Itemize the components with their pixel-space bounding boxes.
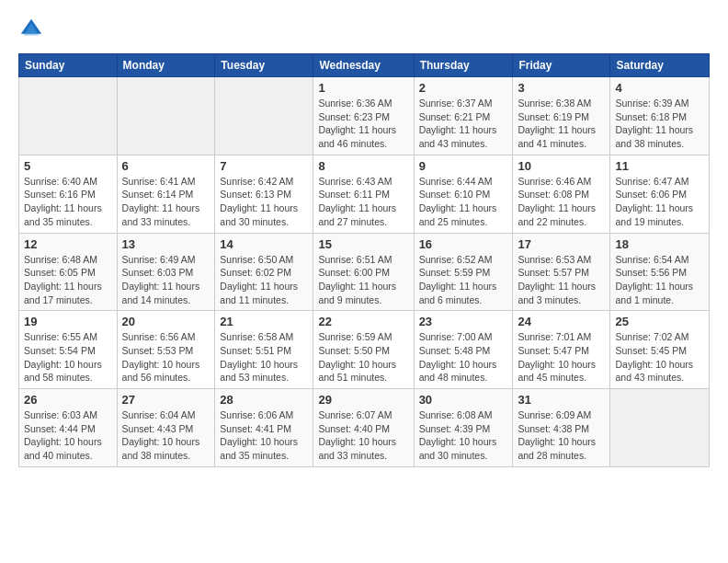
day-number: 27 <box>122 393 210 407</box>
day-number: 17 <box>518 237 605 251</box>
day-number: 8 <box>318 159 408 173</box>
day-info: Sunrise: 6:40 AM Sunset: 6:16 PM Dayligh… <box>24 175 112 229</box>
calendar-body: 1Sunrise: 6:36 AM Sunset: 6:23 PM Daylig… <box>19 77 710 467</box>
day-info: Sunrise: 6:42 AM Sunset: 6:13 PM Dayligh… <box>220 175 308 229</box>
weekday-header-friday: Friday <box>513 54 610 77</box>
weekday-header-wednesday: Wednesday <box>313 54 414 77</box>
weekday-header-thursday: Thursday <box>414 54 513 77</box>
day-info: Sunrise: 6:36 AM Sunset: 6:23 PM Dayligh… <box>318 97 408 151</box>
day-info: Sunrise: 6:09 AM Sunset: 4:38 PM Dayligh… <box>518 408 605 463</box>
day-number: 22 <box>318 315 408 328</box>
calendar-week-4: 19Sunrise: 6:55 AM Sunset: 5:54 PM Dayli… <box>19 311 710 389</box>
day-number: 31 <box>518 393 605 407</box>
header <box>18 17 710 42</box>
calendar-cell: 31Sunrise: 6:09 AM Sunset: 4:38 PM Dayli… <box>513 389 610 467</box>
calendar-week-1: 1Sunrise: 6:36 AM Sunset: 6:23 PM Daylig… <box>19 77 710 155</box>
calendar-cell: 11Sunrise: 6:47 AM Sunset: 6:06 PM Dayli… <box>610 155 710 233</box>
day-info: Sunrise: 6:55 AM Sunset: 5:54 PM Dayligh… <box>24 330 112 385</box>
calendar-cell: 6Sunrise: 6:41 AM Sunset: 6:14 PM Daylig… <box>117 155 215 233</box>
day-number: 9 <box>419 159 508 173</box>
day-info: Sunrise: 6:56 AM Sunset: 5:53 PM Dayligh… <box>122 330 210 385</box>
day-number: 12 <box>24 237 112 251</box>
calendar-week-3: 12Sunrise: 6:48 AM Sunset: 6:05 PM Dayli… <box>19 233 710 311</box>
day-number: 26 <box>24 393 112 407</box>
weekday-header-row: SundayMondayTuesdayWednesdayThursdayFrid… <box>19 54 710 77</box>
weekday-header-sunday: Sunday <box>19 54 118 77</box>
calendar-cell: 16Sunrise: 6:52 AM Sunset: 5:59 PM Dayli… <box>414 233 513 311</box>
calendar-cell: 12Sunrise: 6:48 AM Sunset: 6:05 PM Dayli… <box>19 233 118 311</box>
day-number: 23 <box>419 315 508 328</box>
day-info: Sunrise: 6:06 AM Sunset: 4:41 PM Dayligh… <box>220 408 308 463</box>
day-number: 15 <box>318 237 408 251</box>
day-info: Sunrise: 6:38 AM Sunset: 6:19 PM Dayligh… <box>518 97 605 151</box>
calendar-cell: 13Sunrise: 6:49 AM Sunset: 6:03 PM Dayli… <box>117 233 215 311</box>
calendar-cell: 27Sunrise: 6:04 AM Sunset: 4:43 PM Dayli… <box>117 389 215 467</box>
calendar-cell: 1Sunrise: 6:36 AM Sunset: 6:23 PM Daylig… <box>313 77 414 155</box>
logo <box>18 17 48 42</box>
day-info: Sunrise: 6:46 AM Sunset: 6:08 PM Dayligh… <box>518 175 605 229</box>
day-info: Sunrise: 6:04 AM Sunset: 4:43 PM Dayligh… <box>122 408 210 463</box>
day-info: Sunrise: 6:43 AM Sunset: 6:11 PM Dayligh… <box>318 175 408 229</box>
day-info: Sunrise: 6:41 AM Sunset: 6:14 PM Dayligh… <box>122 175 210 229</box>
day-number: 21 <box>220 315 308 328</box>
day-number: 19 <box>24 315 112 328</box>
day-info: Sunrise: 6:54 AM Sunset: 5:56 PM Dayligh… <box>615 253 704 307</box>
day-info: Sunrise: 6:49 AM Sunset: 6:03 PM Dayligh… <box>122 253 210 307</box>
day-number: 25 <box>615 315 704 328</box>
calendar-week-2: 5Sunrise: 6:40 AM Sunset: 6:16 PM Daylig… <box>19 155 710 233</box>
calendar-cell <box>215 77 313 155</box>
day-number: 30 <box>419 393 508 407</box>
day-info: Sunrise: 6:50 AM Sunset: 6:02 PM Dayligh… <box>220 253 308 307</box>
day-info: Sunrise: 6:03 AM Sunset: 4:44 PM Dayligh… <box>24 408 112 463</box>
day-number: 18 <box>615 237 704 251</box>
weekday-header-tuesday: Tuesday <box>215 54 313 77</box>
calendar-cell: 28Sunrise: 6:06 AM Sunset: 4:41 PM Dayli… <box>215 389 313 467</box>
day-info: Sunrise: 6:59 AM Sunset: 5:50 PM Dayligh… <box>318 330 408 385</box>
day-info: Sunrise: 6:53 AM Sunset: 5:57 PM Dayligh… <box>518 253 605 307</box>
calendar-cell: 9Sunrise: 6:44 AM Sunset: 6:10 PM Daylig… <box>414 155 513 233</box>
calendar-cell: 29Sunrise: 6:07 AM Sunset: 4:40 PM Dayli… <box>313 389 414 467</box>
calendar-cell: 7Sunrise: 6:42 AM Sunset: 6:13 PM Daylig… <box>215 155 313 233</box>
day-info: Sunrise: 6:51 AM Sunset: 6:00 PM Dayligh… <box>318 253 408 307</box>
day-number: 6 <box>122 159 210 173</box>
day-number: 7 <box>220 159 308 173</box>
day-info: Sunrise: 6:58 AM Sunset: 5:51 PM Dayligh… <box>220 330 308 385</box>
day-number: 10 <box>518 159 605 173</box>
day-number: 2 <box>419 81 508 95</box>
day-info: Sunrise: 7:00 AM Sunset: 5:48 PM Dayligh… <box>419 330 508 385</box>
calendar-cell: 22Sunrise: 6:59 AM Sunset: 5:50 PM Dayli… <box>313 311 414 389</box>
day-number: 3 <box>518 81 605 95</box>
day-info: Sunrise: 7:01 AM Sunset: 5:47 PM Dayligh… <box>518 330 605 385</box>
day-number: 14 <box>220 237 308 251</box>
day-info: Sunrise: 6:08 AM Sunset: 4:39 PM Dayligh… <box>419 408 508 463</box>
calendar-cell: 25Sunrise: 7:02 AM Sunset: 5:45 PM Dayli… <box>610 311 710 389</box>
page: SundayMondayTuesdayWednesdayThursdayFrid… <box>0 0 728 563</box>
day-number: 4 <box>615 81 704 95</box>
day-info: Sunrise: 6:37 AM Sunset: 6:21 PM Dayligh… <box>419 97 508 151</box>
day-number: 29 <box>318 393 408 407</box>
calendar-cell <box>19 77 118 155</box>
day-number: 28 <box>220 393 308 407</box>
calendar-cell: 30Sunrise: 6:08 AM Sunset: 4:39 PM Dayli… <box>414 389 513 467</box>
weekday-header-saturday: Saturday <box>610 54 710 77</box>
day-number: 1 <box>318 81 408 95</box>
calendar-cell: 24Sunrise: 7:01 AM Sunset: 5:47 PM Dayli… <box>513 311 610 389</box>
calendar-cell: 20Sunrise: 6:56 AM Sunset: 5:53 PM Dayli… <box>117 311 215 389</box>
day-number: 16 <box>419 237 508 251</box>
calendar-table: SundayMondayTuesdayWednesdayThursdayFrid… <box>18 53 710 467</box>
calendar-cell: 5Sunrise: 6:40 AM Sunset: 6:16 PM Daylig… <box>19 155 118 233</box>
calendar-cell: 19Sunrise: 6:55 AM Sunset: 5:54 PM Dayli… <box>19 311 118 389</box>
day-number: 24 <box>518 315 605 328</box>
day-info: Sunrise: 6:48 AM Sunset: 6:05 PM Dayligh… <box>24 253 112 307</box>
day-number: 20 <box>122 315 210 328</box>
day-number: 13 <box>122 237 210 251</box>
calendar-cell: 17Sunrise: 6:53 AM Sunset: 5:57 PM Dayli… <box>513 233 610 311</box>
calendar-cell: 26Sunrise: 6:03 AM Sunset: 4:44 PM Dayli… <box>19 389 118 467</box>
calendar-cell: 3Sunrise: 6:38 AM Sunset: 6:19 PM Daylig… <box>513 77 610 155</box>
day-info: Sunrise: 7:02 AM Sunset: 5:45 PM Dayligh… <box>615 330 704 385</box>
calendar-cell: 8Sunrise: 6:43 AM Sunset: 6:11 PM Daylig… <box>313 155 414 233</box>
day-info: Sunrise: 6:39 AM Sunset: 6:18 PM Dayligh… <box>615 97 704 151</box>
calendar-cell: 2Sunrise: 6:37 AM Sunset: 6:21 PM Daylig… <box>414 77 513 155</box>
calendar-cell: 15Sunrise: 6:51 AM Sunset: 6:00 PM Dayli… <box>313 233 414 311</box>
calendar-cell: 23Sunrise: 7:00 AM Sunset: 5:48 PM Dayli… <box>414 311 513 389</box>
